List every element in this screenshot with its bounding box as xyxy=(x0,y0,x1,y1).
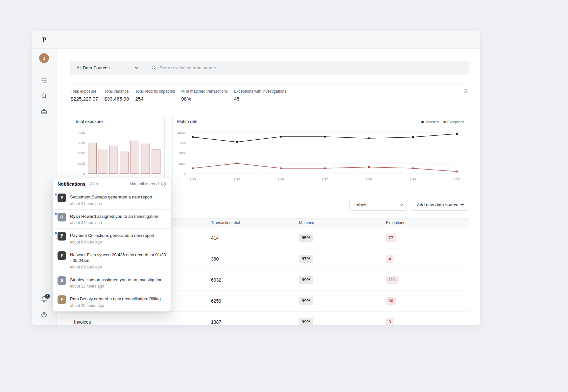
svg-text:1/27: 1/27 xyxy=(322,177,328,181)
notification-title: Pam Beasly created a new reconciliation:… xyxy=(70,296,161,302)
notification-title: Network Files synced 20,436 new records … xyxy=(70,252,166,264)
notification-time: about 6 hours ago xyxy=(70,265,166,269)
column-header-matched: Matched xyxy=(295,219,382,227)
app-window: P J xyxy=(32,31,480,325)
notification-item[interactable]: R Ryan Howard assigned you to an Investi… xyxy=(53,209,171,229)
chevron-down-icon xyxy=(135,67,138,69)
mark-all-read-button[interactable]: Mark all as read xyxy=(130,181,166,187)
sidebar-item-reconciliations[interactable] xyxy=(41,77,47,83)
matched-legend-dot xyxy=(421,121,424,123)
exceptions-badge: 30 xyxy=(386,297,396,305)
exceptions-badge: 4 xyxy=(386,255,393,263)
notification-item[interactable]: P Pam Beasly created a new reconciliatio… xyxy=(53,292,171,311)
stat-total-exposure: Total exposure $225,227.07 xyxy=(71,89,98,102)
matched-badge: 99% xyxy=(299,276,313,284)
sidebar-item-search[interactable] xyxy=(41,93,47,99)
notifications-title: Notifications xyxy=(58,181,85,187)
notification-avatar: R xyxy=(58,213,66,221)
toolbar-divider xyxy=(144,61,144,75)
notification-avatar: P xyxy=(58,194,66,202)
notification-title: Stanley Hudson assigned you to an Invest… xyxy=(70,277,162,283)
matched-badge: 95% xyxy=(299,234,313,242)
notification-time: about 6 hours ago xyxy=(70,240,154,244)
search-icon xyxy=(41,93,47,99)
chart-legend: Matched Exceptions xyxy=(421,120,464,124)
notification-item[interactable]: P Payment Collections generated a new re… xyxy=(53,228,171,248)
list-checks-icon xyxy=(41,77,47,83)
notifications-bell-button[interactable]: 3 xyxy=(40,295,48,303)
svg-text:0: 0 xyxy=(83,172,85,175)
notification-count-badge: 3 xyxy=(45,294,50,299)
check-circle-icon xyxy=(161,181,166,187)
notification-item[interactable]: S Stanley Hudson assigned you to an Inve… xyxy=(53,273,171,292)
chart-title: Total exposure xyxy=(75,119,103,124)
column-header-exceptions: Exceptions xyxy=(382,219,469,227)
match-rate-line-chart: 025%50%75%100%1/231/251/261/271/281/291/… xyxy=(173,115,469,186)
notifications-popover: Notifications All Mark all as read P Set… xyxy=(53,178,171,311)
svg-text:75%: 75% xyxy=(179,141,186,145)
notification-time: about 4 hours ago xyxy=(70,220,158,225)
notification-avatar: P xyxy=(58,251,66,260)
svg-text:1/23: 1/23 xyxy=(190,177,196,181)
matched-badge: 99% xyxy=(299,297,313,305)
stat-records-impacted: Total records impacted 254 xyxy=(135,89,175,102)
add-data-source-button[interactable]: Add new data source xyxy=(412,199,469,211)
svg-text:1/29: 1/29 xyxy=(410,177,416,181)
search-input[interactable] xyxy=(160,61,469,75)
stat-total-variance: Total variance $33,465.98 xyxy=(104,89,129,102)
plus-icon xyxy=(460,203,464,207)
search-toolbar: All Data Sources xyxy=(70,61,469,75)
notification-title: Payment Collections generated a new repo… xyxy=(70,233,154,239)
svg-text:400k: 400k xyxy=(78,131,85,134)
notifications-filter-dropdown[interactable]: All xyxy=(90,182,99,186)
column-header-transaction-total: Transaction total xyxy=(207,219,295,227)
svg-text:1/28: 1/28 xyxy=(366,177,372,181)
search-icon xyxy=(151,65,156,70)
help-button[interactable] xyxy=(41,311,47,318)
notification-item[interactable]: P Settlement Sweeps generated a new repo… xyxy=(53,190,171,209)
stat-matched-transactions: % of matched transactions 98% xyxy=(181,89,227,102)
svg-text:300k: 300k xyxy=(78,141,85,145)
svg-text:0: 0 xyxy=(184,172,186,175)
stat-exceptions-investigations: Exceptions with investigations 45 xyxy=(234,89,286,102)
data-source-dropdown[interactable]: All Data Sources xyxy=(70,61,144,75)
table-row[interactable]: Invoices 1387 99% 3 xyxy=(70,311,469,325)
notification-title: Ryan Howard assigned you to an Investiga… xyxy=(70,214,158,219)
sidebar-item-workspace[interactable] xyxy=(41,108,47,115)
user-avatar[interactable]: J xyxy=(39,53,49,63)
svg-text:100%: 100% xyxy=(178,131,186,134)
notifications-header: Notifications All Mark all as read xyxy=(53,178,171,190)
notification-title: Settlement Sweeps generated a new report xyxy=(70,194,152,200)
svg-text:1/25: 1/25 xyxy=(234,177,240,181)
exceptions-badge: 77 xyxy=(386,234,396,242)
help-circle-icon xyxy=(463,89,468,94)
matched-badge: 97% xyxy=(299,255,313,263)
legend-exceptions: Exceptions xyxy=(443,120,464,124)
matched-badge: 99% xyxy=(299,318,313,325)
svg-text:25%: 25% xyxy=(179,162,186,165)
svg-text:200k: 200k xyxy=(78,151,85,155)
svg-text:1/30: 1/30 xyxy=(454,177,461,181)
notification-time: about 2 hours ago xyxy=(70,201,152,206)
help-circle-icon xyxy=(41,311,47,318)
notification-time: about 22 hours ago xyxy=(70,284,162,288)
chart-title: Match rate xyxy=(177,119,197,124)
unread-indicator xyxy=(55,194,57,196)
svg-text:100k: 100k xyxy=(78,162,85,165)
stats-help-button[interactable] xyxy=(463,89,468,95)
match-rate-chart-card: Match rate Matched Exceptions 025%50%75%… xyxy=(172,115,469,186)
svg-text:1/26: 1/26 xyxy=(278,177,284,181)
kpi-stats-row: Total exposure $225,227.07 Total varianc… xyxy=(71,89,286,102)
notification-avatar: P xyxy=(58,232,66,241)
legend-matched: Matched xyxy=(421,120,438,124)
svg-text:50%: 50% xyxy=(179,151,186,155)
exceptions-badge: 111 xyxy=(386,276,398,284)
labels-dropdown[interactable]: Labels xyxy=(349,199,408,211)
data-source-dropdown-label: All Data Sources xyxy=(77,65,110,70)
total-exposure-bar-chart: 0100k200k300k400k xyxy=(70,115,164,186)
notification-time: about 22 hours ago xyxy=(70,303,161,308)
unread-indicator xyxy=(55,232,57,234)
total-exposure-chart-card: Total exposure 0100k200k300k400k xyxy=(70,115,165,186)
exceptions-badge: 3 xyxy=(386,318,393,325)
notification-item[interactable]: P Network Files synced 20,436 new record… xyxy=(53,248,171,273)
